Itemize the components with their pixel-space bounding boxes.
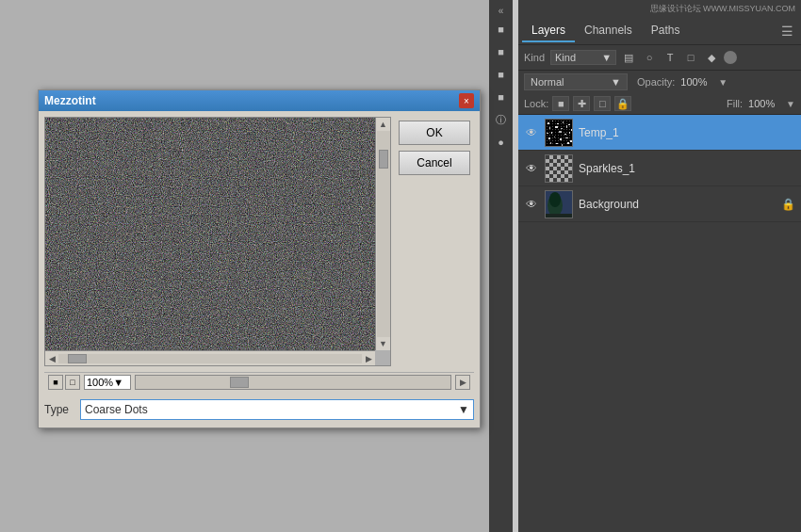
layer-item-background[interactable]: 👁 Background 🔒 xyxy=(518,186,801,222)
layer-visibility-background-icon[interactable]: 👁 xyxy=(524,197,539,212)
preview-scroll-thumb[interactable] xyxy=(230,377,249,388)
horizontal-scrollbar[interactable]: ◀ ▶ xyxy=(45,350,375,365)
dialog-container: Mezzotint × xyxy=(38,89,481,428)
layer-thumb-noise-temp1 xyxy=(546,120,572,146)
tab-channels[interactable]: Channels xyxy=(575,20,642,42)
svg-rect-17 xyxy=(554,137,555,137)
svg-rect-22 xyxy=(556,143,558,144)
scroll-track-v[interactable] xyxy=(377,131,390,337)
tab-layers[interactable]: Layers xyxy=(522,20,575,42)
dialog-body: ▲ ▼ ◀ ▶ xyxy=(39,111,480,427)
mask-strip-icon[interactable]: ■ xyxy=(492,88,511,106)
panel-tabs-row: Layers Channels Paths ☰ xyxy=(518,17,801,45)
layer-thumb-tree-bg xyxy=(546,191,572,218)
type-dropdown[interactable]: Coarse Dots ▼ xyxy=(80,399,474,420)
scroll-left-arrow-icon[interactable]: ◀ xyxy=(45,352,58,365)
lock-pixels-icon[interactable]: ■ xyxy=(552,96,569,111)
dialog-titlebar: Mezzotint × xyxy=(39,90,480,111)
filter-smart-icon[interactable]: ◆ xyxy=(703,49,720,66)
filter-type-icon[interactable]: T xyxy=(662,49,678,66)
svg-rect-15 xyxy=(569,132,570,134)
zoom-fit-icon[interactable]: ■ xyxy=(48,375,63,390)
tab-paths[interactable]: Paths xyxy=(642,20,690,42)
svg-rect-0 xyxy=(546,120,572,146)
preview-canvas-image xyxy=(45,118,375,350)
scroll-thumb-h[interactable] xyxy=(68,354,87,363)
filter-adjust-icon[interactable]: ○ xyxy=(641,49,658,66)
layer-name-background: Background xyxy=(579,198,776,211)
layer-thumb-tree-svg xyxy=(546,190,572,218)
mezzotint-dialog: Mezzotint × xyxy=(38,89,481,428)
lock-position-icon[interactable]: ✚ xyxy=(573,96,590,111)
layer-thumb-temp1 xyxy=(545,119,573,147)
svg-rect-5 xyxy=(568,124,570,125)
opacity-label: Opacity: xyxy=(637,76,675,88)
fill-arrow-icon[interactable]: ▼ xyxy=(786,99,795,109)
filter-circle-icon[interactable] xyxy=(724,51,737,64)
adjustment-strip-icon[interactable]: ■ xyxy=(492,42,511,61)
layer-thumb-background xyxy=(545,190,573,218)
layer-visibility-sparkles1-icon[interactable]: 👁 xyxy=(524,161,539,176)
fill-label: Fill: xyxy=(727,98,743,109)
panel-topbar: 思缘设计论坛 WWW.MISSYUAN.COM xyxy=(518,0,801,17)
dialog-buttons: OK Cancel xyxy=(399,117,474,366)
type-dropdown-arrow-icon: ▼ xyxy=(458,403,469,416)
opacity-arrow-icon[interactable]: ▼ xyxy=(718,77,727,88)
scroll-down-arrow-icon[interactable]: ▼ xyxy=(377,337,390,350)
zoom-value-input[interactable]: 100% ▼ xyxy=(84,375,131,390)
preview-scroll-right-icon[interactable]: ▶ xyxy=(455,375,470,390)
layer-thumb-sparkles1 xyxy=(545,154,573,183)
svg-rect-3 xyxy=(557,123,559,124)
layer-lock-strip-icon[interactable]: ■ xyxy=(492,20,511,39)
layer-item-temp1[interactable]: 👁 xyxy=(518,115,801,151)
layer-thumb-svg-temp1 xyxy=(546,120,572,146)
svg-rect-4 xyxy=(563,121,564,123)
svg-rect-30 xyxy=(546,214,572,218)
ok-button[interactable]: OK xyxy=(399,121,470,145)
collapse-arrow-icon[interactable]: « xyxy=(499,6,504,16)
svg-rect-14 xyxy=(564,134,566,135)
fx-strip-icon[interactable]: ■ xyxy=(492,65,511,84)
layer-name-sparkles1: Sparkles_1 xyxy=(579,162,795,175)
opacity-value[interactable]: 100% xyxy=(680,76,714,88)
svg-rect-20 xyxy=(570,140,572,142)
layer-lock-background-icon: 🔒 xyxy=(781,198,795,211)
blend-mode-row: Normal ▼ Opacity: 100% ▼ xyxy=(518,71,801,93)
dialog-close-button[interactable]: × xyxy=(459,93,474,108)
preview-scroll-h[interactable] xyxy=(135,375,451,390)
lock-row: Lock: ■ ✚ □ 🔒 Fill: 100% ▼ xyxy=(518,93,801,115)
fill-value[interactable]: 100% xyxy=(748,98,782,109)
panel-menu-icon[interactable]: ☰ xyxy=(777,24,797,39)
svg-rect-21 xyxy=(550,142,551,144)
svg-rect-8 xyxy=(561,128,563,129)
lock-label: Lock: xyxy=(524,98,548,109)
layer-visibility-temp1-icon[interactable]: 👁 xyxy=(524,125,539,140)
layer-item-sparkles1[interactable]: 👁 Sparkles_1 xyxy=(518,151,801,186)
scroll-right-arrow-icon[interactable]: ▶ xyxy=(362,352,375,365)
kind-dropdown[interactable]: Kind ▼ xyxy=(550,50,616,65)
scroll-thumb-v[interactable] xyxy=(379,150,388,169)
dialog-statusbar: ■ □ 100% ▼ ▶ xyxy=(44,372,474,392)
kind-label: Kind xyxy=(524,52,545,63)
preview-canvas-container: ▲ ▼ ◀ ▶ xyxy=(44,117,391,366)
filter-pixel-icon[interactable]: ▤ xyxy=(620,49,637,66)
vertical-scrollbar[interactable]: ▲ ▼ xyxy=(375,118,390,350)
zoom-actual-icon[interactable]: □ xyxy=(65,375,80,390)
scroll-up-arrow-icon[interactable]: ▲ xyxy=(377,118,390,131)
type-dropdown-value: Coarse Dots xyxy=(85,403,148,416)
svg-rect-18 xyxy=(560,138,562,140)
kind-toolbar: Kind Kind ▼ ▤ ○ T □ ◆ xyxy=(518,45,801,71)
blend-mode-dropdown[interactable]: Normal ▼ xyxy=(524,73,628,90)
info-strip-icon[interactable]: ⓘ xyxy=(492,110,511,129)
svg-rect-10 xyxy=(571,129,572,131)
extra-strip-icon[interactable]: ● xyxy=(492,133,511,152)
svg-rect-2 xyxy=(552,121,553,121)
watermark-text: 思缘设计论坛 WWW.MISSYUAN.COM xyxy=(650,3,796,15)
filter-shape-icon[interactable]: □ xyxy=(682,49,699,66)
layer-thumb-checker-sparkles1 xyxy=(546,155,572,182)
svg-rect-11 xyxy=(547,133,548,134)
lock-all-icon[interactable]: 🔒 xyxy=(614,96,631,111)
cancel-button[interactable]: Cancel xyxy=(399,151,470,175)
lock-artboard-icon[interactable]: □ xyxy=(594,96,611,111)
scroll-track-h[interactable] xyxy=(58,354,362,363)
